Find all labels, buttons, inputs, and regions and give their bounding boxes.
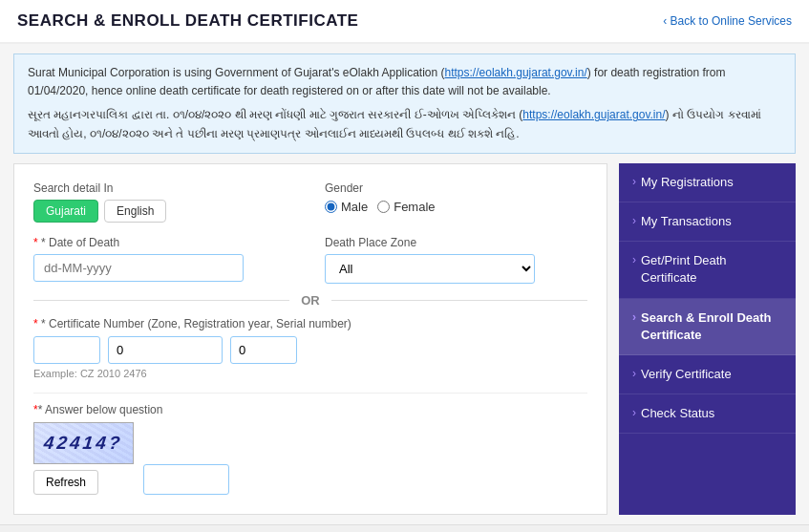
chevron-icon: › bbox=[632, 252, 636, 268]
footer-buttons: ↻ CLEAR 🔍 Q SEARCH DETAILS bbox=[0, 524, 809, 532]
sidebar-item-my-registrations[interactable]: › My Registrations bbox=[619, 163, 796, 202]
death-zone-group: Death Place Zone All Zone 1 Zone 2 Zone … bbox=[325, 236, 587, 284]
captcha-label: ** Answer below question bbox=[33, 403, 587, 416]
refresh-button[interactable]: Refresh bbox=[33, 470, 98, 495]
captcha-section: ** Answer below question 42414? Refresh bbox=[33, 403, 587, 495]
date-death-input[interactable] bbox=[33, 254, 244, 282]
chevron-icon: › bbox=[632, 366, 636, 382]
captcha-input[interactable] bbox=[143, 464, 229, 495]
cert-inputs-row bbox=[33, 336, 587, 364]
captcha-text: 42414? bbox=[43, 433, 124, 454]
chevron-icon: › bbox=[632, 405, 636, 421]
cert-year-input[interactable] bbox=[108, 336, 223, 364]
male-radio[interactable] bbox=[325, 201, 337, 213]
cert-serial-input[interactable] bbox=[230, 336, 297, 364]
sidebar-item-label: Verify Certificate bbox=[641, 366, 732, 383]
info-line1: Surat Municipal Corporation is using Gov… bbox=[28, 64, 781, 100]
male-option[interactable]: Male bbox=[325, 200, 368, 214]
header: SEARCH & ENROLL DEATH CERTIFICATE ‹ Back… bbox=[0, 0, 809, 44]
sidebar-item-label: Get/Print Death Certificate bbox=[641, 252, 782, 287]
captcha-col: 42414? Refresh bbox=[33, 422, 134, 495]
or-divider: OR bbox=[33, 293, 587, 308]
gender-group: Gender Male Female bbox=[325, 181, 587, 223]
chevron-icon: › bbox=[632, 213, 636, 229]
sidebar-item-get-print[interactable]: › Get/Print Death Certificate bbox=[619, 242, 796, 298]
sidebar-item-label: Check Status bbox=[641, 405, 714, 422]
cert-number-section: * * Certificate Number (Zone, Registrati… bbox=[33, 317, 587, 379]
captcha-row: 42414? Refresh bbox=[33, 422, 587, 495]
female-option[interactable]: Female bbox=[377, 200, 435, 214]
divider bbox=[33, 393, 587, 394]
sidebar: › My Registrations › My Transactions › G… bbox=[619, 163, 796, 515]
back-link[interactable]: ‹ Back to Online Services bbox=[663, 14, 792, 28]
cert-number-label: * * Certificate Number (Zone, Registrati… bbox=[33, 317, 587, 330]
eolakh-link1[interactable]: https://eolakh.gujarat.gov.in/ bbox=[445, 66, 587, 79]
gender-label: Gender bbox=[325, 181, 587, 195]
sidebar-item-label: My Registrations bbox=[641, 174, 734, 191]
main-content: Search detail In Gujarati English Gender… bbox=[13, 163, 796, 515]
cert-example: Example: CZ 2010 2476 bbox=[33, 368, 587, 379]
captcha-image: 42414? bbox=[33, 422, 134, 464]
search-detail-label: Search detail In bbox=[33, 181, 296, 195]
sidebar-item-search-enroll[interactable]: › Search & Enroll Death Certificate bbox=[619, 299, 796, 355]
date-death-group: * * Date of Death bbox=[33, 236, 296, 284]
cert-zone-input[interactable] bbox=[33, 336, 100, 364]
eolakh-link2[interactable]: https://eolakh.gujarat.gov.in/ bbox=[522, 108, 665, 121]
death-zone-label: Death Place Zone bbox=[325, 236, 587, 249]
sidebar-item-verify[interactable]: › Verify Certificate bbox=[619, 355, 796, 394]
lang-options: Gujarati English bbox=[33, 200, 296, 223]
info-line2: સૂરત મહાનગરપાલિકા દ્વારા તા. ૦૧/૦૪/૨૦૨૦ … bbox=[28, 106, 781, 142]
gujarati-btn[interactable]: Gujarati bbox=[33, 200, 98, 223]
sidebar-item-my-transactions[interactable]: › My Transactions bbox=[619, 202, 796, 242]
sidebar-item-label: Search & Enroll Death Certificate bbox=[641, 309, 782, 344]
form-row-2: * * Date of Death Death Place Zone All Z… bbox=[33, 236, 587, 284]
search-detail-group: Search detail In Gujarati English bbox=[33, 181, 296, 223]
sidebar-item-check-status[interactable]: › Check Status bbox=[619, 394, 796, 434]
female-radio[interactable] bbox=[377, 201, 390, 213]
info-box: Surat Municipal Corporation is using Gov… bbox=[13, 53, 796, 154]
english-btn[interactable]: English bbox=[104, 200, 166, 223]
death-zone-select[interactable]: All Zone 1 Zone 2 Zone 3 Zone 4 Zone 5 Z… bbox=[325, 254, 535, 284]
gender-options: Male Female bbox=[325, 200, 587, 214]
chevron-icon: › bbox=[632, 174, 636, 190]
chevron-icon: › bbox=[632, 309, 636, 326]
sidebar-item-label: My Transactions bbox=[641, 213, 732, 230]
page-title: SEARCH & ENROLL DEATH CERTIFICATE bbox=[17, 11, 358, 31]
date-death-label: * * Date of Death bbox=[33, 236, 296, 249]
form-panel: Search detail In Gujarati English Gender… bbox=[13, 163, 607, 515]
form-row-1: Search detail In Gujarati English Gender… bbox=[33, 181, 587, 223]
